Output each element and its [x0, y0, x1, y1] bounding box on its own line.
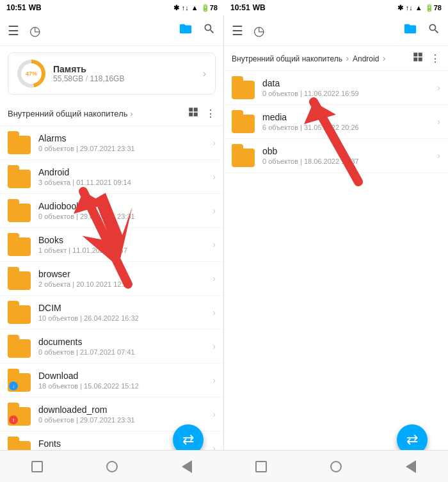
right-history-icon[interactable]: ◷ — [253, 23, 264, 38]
item-chevron: › — [212, 375, 216, 385]
left-folder-icon[interactable] — [179, 22, 193, 39]
left-toolbar: ☰ ◷ — [0, 15, 223, 46]
list-item[interactable]: Alarms 0 объектов | 29.07.2021 23:31 › — [0, 126, 223, 160]
right-file-list: data 0 объектов | 11.06.2022 16:59 › med… — [224, 71, 448, 450]
storage-card[interactable]: 47% Память 55,58GB / 118,16GB › — [8, 52, 216, 95]
item-chevron: › — [212, 307, 216, 317]
home-icon — [106, 461, 118, 472]
right-more-icon[interactable]: ⋮ — [430, 52, 440, 65]
left-search-icon[interactable] — [203, 22, 216, 38]
left-grid-icon[interactable] — [188, 106, 199, 120]
left-menu-icon[interactable]: ☰ — [8, 23, 19, 38]
wifi-icon: ▲ — [191, 4, 198, 12]
r-fab-icon: ⇄ — [406, 431, 418, 448]
left-history-icon[interactable]: ◷ — [29, 23, 40, 38]
left-fab[interactable]: ⇄ — [173, 424, 204, 450]
file-info: DCIM 10 объектов | 26.04.2022 16:32 — [38, 303, 205, 322]
folder-icon — [8, 267, 31, 290]
right-nav-square[interactable] — [252, 458, 270, 476]
bluetooth-icon: ✱ — [173, 4, 179, 12]
folder-icon — [8, 437, 31, 450]
right-grid-icon[interactable] — [412, 51, 424, 65]
list-item[interactable]: browser 2 объекта | 20.10.2021 12:27 › — [0, 262, 223, 296]
item-chevron: › — [437, 150, 440, 161]
right-status-bar: 10:51 WB ✱ ↑↓ ▲ 🔋78 — [224, 0, 448, 15]
r-bluetooth-icon: ✱ — [397, 4, 403, 12]
list-item[interactable]: documents 0 объектов | 21.07.2021 07:41 … — [0, 330, 223, 364]
fab-icon: ⇄ — [182, 431, 194, 448]
dual-bottom-nav — [0, 450, 448, 482]
item-chevron: › — [437, 83, 440, 93]
right-nav-circle[interactable] — [327, 458, 345, 476]
right-menu-icon[interactable]: ☰ — [232, 23, 243, 38]
breadcrumb-root[interactable]: Внутренний общий накопитель — [232, 54, 342, 63]
file-info: browser 2 объекта | 20.10.2021 12:27 — [38, 269, 205, 288]
r-signal-icon: ↑↓ — [406, 4, 413, 12]
list-item[interactable]: Books 1 объект | 11.01.2022 20:57 › — [0, 228, 223, 262]
stop-icon — [31, 461, 43, 472]
folder-icon — [232, 110, 255, 133]
storage-size: 55,58GB / 118,16GB — [53, 74, 195, 83]
folder-icon: ! — [8, 403, 31, 426]
left-section-title: Внутренний общий накопитель › — [8, 109, 188, 118]
item-chevron: › — [212, 205, 216, 216]
right-fab[interactable]: ⇄ — [397, 424, 428, 450]
left-nav-back[interactable] — [178, 458, 196, 476]
breadcrumb-text: Внутренний общий накопитель › Android › — [232, 53, 412, 63]
left-time: 10:51 — [6, 3, 26, 12]
list-item[interactable]: obb 0 объектов | 18.06.2022 15:37 › — [224, 139, 448, 173]
left-panel: ☰ ◷ 47% Память 55,58GB / 11 — [0, 15, 224, 450]
list-item[interactable]: Android 3 объекта | 01.11.2021 09:14 › — [0, 160, 223, 194]
right-bottom-nav — [224, 450, 448, 482]
right-search-icon[interactable] — [428, 22, 440, 38]
left-status-bar: 10:51 WB ✱ ↑↓ ▲ 🔋78 — [0, 0, 224, 15]
item-chevron: › — [212, 443, 216, 450]
left-more-icon[interactable]: ⋮ — [205, 108, 216, 120]
storage-name: Память — [53, 64, 195, 74]
right-nav-back[interactable] — [402, 458, 420, 476]
list-item[interactable]: DCIM 10 объектов | 26.04.2022 16:32 › — [0, 296, 223, 330]
folder-icon — [232, 76, 255, 99]
item-chevron: › — [212, 138, 216, 148]
left-nav-square[interactable] — [28, 458, 46, 476]
left-section-actions: ⋮ — [188, 106, 216, 120]
right-status-icons: ✱ ↑↓ ▲ 🔋78 — [397, 4, 442, 12]
r-back-icon — [406, 460, 416, 473]
item-chevron: › — [212, 341, 216, 351]
file-info: Books 1 объект | 11.01.2022 20:57 — [38, 235, 205, 254]
folder-icon — [8, 233, 31, 256]
folder-icon — [8, 199, 31, 222]
right-panel: ☰ ◷ Внутренний общий накопитель › Androi… — [224, 15, 448, 450]
right-folder-icon[interactable] — [403, 22, 417, 39]
left-status-icons: ✱ ↑↓ ▲ 🔋78 — [173, 4, 218, 12]
file-info: downloaded_rom 0 объектов | 29.07.2021 2… — [38, 405, 205, 424]
storage-circle: 47% — [17, 60, 45, 88]
r-battery-icon: 🔋78 — [425, 4, 442, 12]
file-info: media 6 объектов | 31.05.2022 20:26 — [262, 112, 429, 131]
battery-icon: 🔋78 — [201, 4, 218, 12]
file-info: data 0 объектов | 11.06.2022 16:59 — [262, 78, 429, 97]
panels-wrapper: ☰ ◷ 47% Память 55,58GB / 11 — [0, 15, 448, 450]
item-chevron: › — [212, 273, 216, 284]
downloaded-rom-badge: ! — [9, 415, 18, 424]
right-indicator: WB — [253, 3, 266, 12]
right-section-actions: ⋮ — [412, 51, 440, 65]
signal-icon: ↑↓ — [182, 4, 189, 12]
list-item[interactable]: data 0 объектов | 11.06.2022 16:59 › — [224, 71, 448, 105]
download-badge: ↓ — [9, 382, 18, 390]
folder-icon: ↓ — [8, 369, 31, 392]
storage-info: Память 55,58GB / 118,16GB — [53, 64, 195, 83]
file-info: Download 18 объектов | 15.06.2022 15:12 — [38, 371, 205, 390]
folder-icon — [8, 335, 31, 358]
item-chevron: › — [212, 239, 216, 250]
back-icon — [182, 460, 192, 473]
folder-icon — [8, 301, 31, 324]
list-item[interactable]: ↓ Download 18 объектов | 15.06.2022 15:1… — [0, 364, 223, 398]
list-item[interactable]: Audiobooks 0 объектов | 29.07.2021 23:31… — [0, 194, 223, 228]
file-info: obb 0 объектов | 18.06.2022 15:37 — [262, 146, 429, 165]
right-breadcrumb: Внутренний общий накопитель › Android › … — [224, 46, 448, 71]
left-nav-circle[interactable] — [103, 458, 121, 476]
r-stop-icon — [255, 461, 267, 472]
folder-icon — [232, 144, 255, 167]
list-item[interactable]: media 6 объектов | 31.05.2022 20:26 › — [224, 105, 448, 139]
